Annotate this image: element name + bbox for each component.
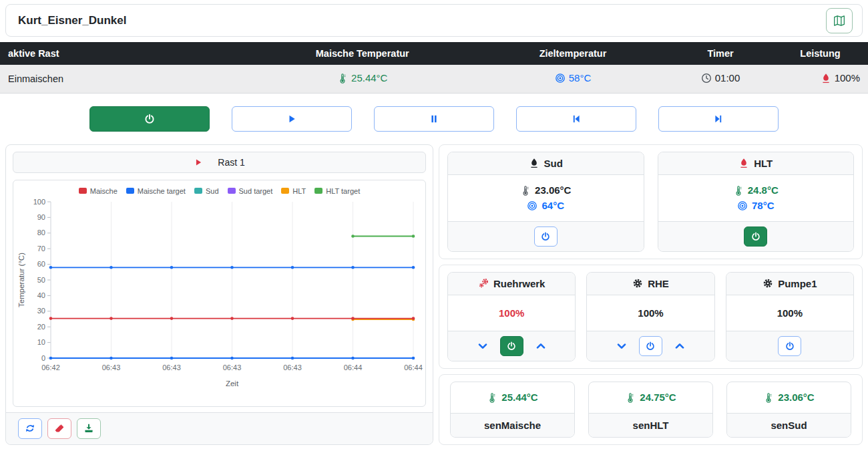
legend-item[interactable]: HLT <box>281 187 306 195</box>
flame-icon <box>821 73 831 84</box>
gear-icon <box>763 278 773 289</box>
thermometer-icon <box>625 392 636 403</box>
chart-toolbar <box>6 412 433 444</box>
power-icon <box>751 232 761 241</box>
svg-text:60: 60 <box>37 260 45 268</box>
eraser-icon <box>54 423 65 434</box>
page-title: Kurt_Eisner_Dunkel <box>18 14 127 27</box>
svg-text:30: 30 <box>37 307 45 315</box>
svg-text:80: 80 <box>37 229 45 237</box>
table-header-row: aktive Rast Maische Temperatur Zieltempe… <box>0 42 868 65</box>
table-row: Einmaischen 25.44°C 58°C 01:00 100% <box>0 65 868 93</box>
skip-start-icon <box>571 114 582 124</box>
svg-text:90: 90 <box>37 212 45 220</box>
svg-text:10: 10 <box>37 338 45 346</box>
ruehrwerk-title: Ruehrwerk <box>493 278 546 289</box>
pumpe1-card: Pumpe1 100% <box>726 272 854 361</box>
pumpe1-power-button[interactable] <box>778 336 801 356</box>
svg-text:06:43: 06:43 <box>283 363 302 371</box>
svg-text:06:42: 06:42 <box>41 363 60 371</box>
ruehrwerk-increase-button[interactable] <box>535 341 546 351</box>
map-button[interactable] <box>826 8 853 33</box>
sensor-card-sensud: 23.06°C senSud <box>726 382 851 438</box>
legend-swatch <box>79 188 87 194</box>
sud-power-button[interactable] <box>534 226 558 247</box>
legend-item[interactable]: Maische target <box>126 187 186 195</box>
ruehrwerk-power-value: 100% <box>499 307 524 319</box>
pause-icon <box>429 114 439 124</box>
senhlt-temp: 24.75°C <box>640 392 676 403</box>
ziel-temp-value: 58°C <box>569 72 592 84</box>
rhe-increase-button[interactable] <box>674 341 685 351</box>
rast-step-label: Rast 1 <box>218 157 244 168</box>
legend-item[interactable]: HLT target <box>314 187 360 195</box>
svg-text:06:43: 06:43 <box>102 363 121 371</box>
actors-panel: Ruehrwerk 100% RHE 100% Pumpe1 <box>439 265 863 369</box>
sensor-card-senmaische: 25.44°C senMaische <box>450 382 575 438</box>
ruehrwerk-card: Ruehrwerk 100% <box>447 272 576 361</box>
timer-value: 01:00 <box>715 72 740 84</box>
download-chart-button[interactable] <box>77 418 101 439</box>
col-leistung: Leistung <box>773 42 868 65</box>
temperature-chart-card: MaischeMaische targetSudSud targetHLTHLT… <box>13 180 426 407</box>
senhlt-name: senHLT <box>589 413 712 437</box>
thermometer-icon <box>763 392 774 403</box>
rhe-power-button[interactable] <box>639 336 662 356</box>
chevron-down-icon <box>477 341 488 351</box>
sud-temp: 23.06°C <box>535 184 571 196</box>
play-button[interactable] <box>232 106 352 132</box>
legend-item[interactable]: Sud target <box>228 187 273 195</box>
legend-item[interactable]: Maische <box>79 187 118 195</box>
power-icon <box>785 341 795 351</box>
flame-icon <box>529 158 539 168</box>
legend-swatch <box>194 188 202 194</box>
sensor-card-senhlt: 24.75°C senHLT <box>588 382 713 438</box>
svg-text:06:43: 06:43 <box>223 363 242 371</box>
active-rast-table: aktive Rast Maische Temperatur Zieltempe… <box>0 42 868 94</box>
download-icon <box>83 423 94 434</box>
rhe-decrease-button[interactable] <box>616 341 627 351</box>
thermometer-icon <box>337 73 348 84</box>
legend-swatch <box>126 188 134 194</box>
svg-text:06:43: 06:43 <box>162 363 181 371</box>
sud-target-temp: 64°C <box>541 200 564 211</box>
legend-item[interactable]: Sud <box>194 187 219 195</box>
hlt-power-button[interactable] <box>744 226 767 247</box>
maische-temp-value: 25.44°C <box>351 72 387 84</box>
svg-text:20: 20 <box>37 322 45 330</box>
sud-title: Sud <box>544 158 563 169</box>
pumpe1-title: Pumpe1 <box>778 278 817 289</box>
svg-text:06:44: 06:44 <box>344 363 363 371</box>
play-icon <box>286 114 297 124</box>
svg-text:06:44: 06:44 <box>404 363 423 371</box>
active-rast-name: Einmaischen <box>0 65 248 93</box>
power-button[interactable] <box>89 106 210 132</box>
clear-chart-button[interactable] <box>47 418 71 439</box>
legend-swatch <box>228 188 236 194</box>
sensors-panel: 25.44°C senMaische 24.75°C senHLT 23.06°… <box>439 374 863 445</box>
ruehrwerk-decrease-button[interactable] <box>477 341 488 351</box>
ruehrwerk-power-button[interactable] <box>500 336 523 356</box>
temperature-chart: 06:4206:4306:4306:4306:4306:4406:4401020… <box>16 196 424 392</box>
chevron-down-icon <box>616 341 627 351</box>
skip-end-icon <box>713 114 724 124</box>
power-icon <box>646 341 655 351</box>
sensud-name: senSud <box>727 413 851 437</box>
next-rast-button[interactable] <box>658 106 779 132</box>
thermometer-icon <box>520 185 531 196</box>
refresh-icon <box>25 423 35 434</box>
hlt-title: HLT <box>754 158 773 169</box>
recipe-header: Kurt_Eisner_Dunkel <box>5 4 863 37</box>
rast-step-indicator: Rast 1 <box>13 152 426 173</box>
sensud-temp: 23.06°C <box>778 392 814 403</box>
previous-rast-button[interactable] <box>516 106 636 132</box>
pause-button[interactable] <box>374 106 494 132</box>
thermometer-icon <box>487 392 497 403</box>
chevron-up-icon <box>674 341 685 351</box>
refresh-chart-button[interactable] <box>18 418 42 439</box>
svg-text:0: 0 <box>41 353 45 361</box>
leistung-value: 100% <box>835 72 860 84</box>
rhe-power-value: 100% <box>638 307 663 319</box>
senmaische-temp: 25.44°C <box>501 392 537 403</box>
target-icon <box>527 200 537 211</box>
